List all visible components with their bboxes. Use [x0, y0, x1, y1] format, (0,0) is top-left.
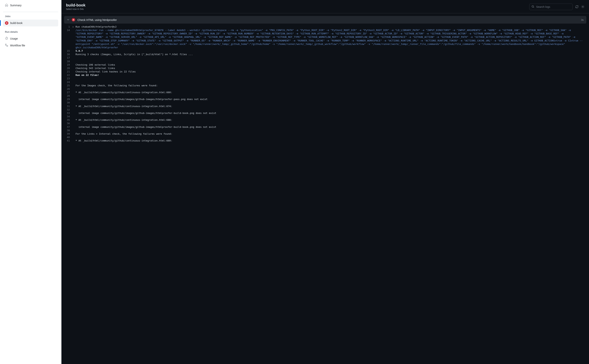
line-number: 31 — [61, 104, 72, 108]
log-text: internal image community/github/images/g… — [76, 111, 589, 115]
sidebar-summary[interactable]: Summary — [3, 2, 58, 9]
log-line: 16Running 3 checks (Images, Links, Scrip… — [61, 53, 589, 56]
log-line: 26 — [61, 87, 589, 91]
line-number: 33 — [61, 111, 72, 115]
log-line: 20Checking 343 internal links — [61, 66, 589, 70]
log-line: 27* At _build/html/community/github/cont… — [61, 91, 589, 94]
sidebar-usage-label: Usage — [10, 37, 18, 40]
log-text: For the Links > Internal check, the foll… — [76, 132, 589, 136]
line-number: 41 — [61, 139, 72, 143]
line-number: 26 — [61, 87, 72, 91]
line-number: 24 — [61, 80, 72, 84]
line-number: 1 — [61, 25, 72, 28]
line-number: 28 — [61, 94, 72, 98]
line-number: 25 — [61, 84, 72, 87]
page-title: build-book — [66, 3, 85, 7]
svg-point-4 — [582, 6, 583, 7]
line-number: 14 — [61, 28, 72, 32]
step-duration: 3s — [581, 19, 584, 21]
line-number: 23 — [61, 77, 72, 80]
log-line: 40 — [61, 136, 589, 139]
log-line: 17 — [61, 56, 589, 59]
search-input[interactable] — [536, 5, 570, 8]
log-line: 41* At _build/html/community/github/cont… — [61, 139, 589, 143]
sidebar-job-build-book[interactable]: build-book — [3, 20, 58, 26]
line-number: 15 — [61, 49, 72, 53]
line-number: 37 — [61, 125, 72, 129]
step-name: Check HTML using htmlproofer — [78, 18, 579, 21]
svg-point-3 — [532, 5, 534, 7]
log-line: 29 internal image community/github/image… — [61, 98, 589, 101]
line-number: 16 — [61, 53, 72, 56]
log-line: 25For the Images check, the following fa… — [61, 84, 589, 87]
divider — [3, 12, 58, 12]
workflow-icon — [5, 44, 8, 47]
log-text: Run chabad360/htmlproofer@v2 — [76, 25, 589, 28]
log-text: Ran on 22 files! — [76, 73, 589, 77]
log-text: /usr/bin/docker run --name ghcriochabad3… — [76, 28, 589, 49]
line-number: 18 — [61, 60, 72, 63]
log-output[interactable]: 1 ▸ Run chabad360/htmlproofer@v2 14 /usr… — [61, 24, 589, 364]
search-icon — [531, 5, 535, 9]
line-number: 30 — [61, 101, 72, 104]
log-text: Checking 106 external links — [76, 63, 589, 66]
line-number: 40 — [61, 136, 72, 139]
fail-icon — [5, 21, 8, 25]
log-line: 38 — [61, 129, 589, 132]
settings-button[interactable] — [581, 5, 584, 8]
log-text: internal image community/github/images/g… — [76, 125, 589, 129]
log-line: 37 internal image community/github/image… — [61, 125, 589, 129]
log-line: 35* At _build/html/community/github/cont… — [61, 118, 589, 122]
sidebar-summary-label: Summary — [10, 4, 21, 7]
log-line: 28 — [61, 94, 589, 98]
search-logs[interactable] — [529, 4, 573, 10]
jobs-heading: Jobs — [0, 15, 61, 20]
line-number: 22 — [61, 73, 72, 77]
main: build-book failed now in 54s Check H — [61, 0, 589, 364]
log-line: 18 — [61, 60, 589, 63]
line-number: 39 — [61, 132, 72, 136]
log-text: For the Images check, the following fail… — [76, 84, 589, 87]
log-line: 33 internal image community/github/image… — [61, 111, 589, 115]
log-line: 1 ▸ Run chabad360/htmlproofer@v2 — [61, 25, 589, 28]
main-header: build-book failed now in 54s — [61, 0, 589, 13]
log-text: * At _build/html/community/github/contin… — [76, 118, 589, 122]
fail-icon — [72, 18, 75, 21]
expand-caret-icon[interactable]: ▸ — [72, 25, 76, 28]
log-text: Running 3 checks (Images, Links, Scripts… — [76, 53, 589, 56]
log-line: 23 — [61, 77, 589, 80]
log-line: 24 — [61, 80, 589, 84]
log-line: 30 — [61, 101, 589, 104]
line-number: 19 — [61, 63, 72, 66]
run-details-heading: Run details — [0, 31, 61, 35]
log-text: * At _build/html/community/github/contin… — [76, 104, 589, 108]
sidebar-workflow-label: Workflow file — [10, 44, 25, 47]
log-line: 155.0.7 — [61, 49, 589, 53]
log-text: * At _build/html/community/github/contin… — [76, 91, 589, 94]
log-line: 39For the Links > Internal check, the fo… — [61, 132, 589, 136]
rerun-button[interactable] — [575, 5, 579, 8]
log-text: Checking internal link hashes in 22 file… — [76, 70, 589, 73]
line-number: 36 — [61, 122, 72, 125]
line-number: 20 — [61, 66, 72, 70]
svg-rect-2 — [7, 46, 8, 46]
line-number: 32 — [61, 108, 72, 111]
log-line: 32 — [61, 108, 589, 111]
log-line: 14 /usr/bin/docker run --name ghcriochab… — [61, 28, 589, 49]
line-number: 35 — [61, 118, 72, 122]
log-text: internal image community/github/images/g… — [76, 98, 589, 101]
line-number: 29 — [61, 98, 72, 101]
home-icon — [5, 3, 8, 7]
svg-rect-1 — [5, 44, 6, 45]
log-line: 36 — [61, 122, 589, 125]
log-text: Checking 343 internal links — [76, 66, 589, 70]
page-subtitle: failed now in 54s — [66, 8, 85, 10]
step-header[interactable]: Check HTML using htmlproofer 3s — [64, 16, 586, 24]
sidebar-workflow-file[interactable]: Workflow file — [3, 42, 58, 49]
log-text: * At _build/html/community/github/contin… — [76, 139, 589, 143]
line-number: 21 — [61, 70, 72, 73]
sidebar-usage[interactable]: Usage — [3, 35, 58, 42]
log-line: 19Checking 106 external links — [61, 63, 589, 66]
sidebar: Summary Jobs build-book Run details Usag… — [0, 0, 61, 364]
log-line: 21Checking internal link hashes in 22 fi… — [61, 70, 589, 73]
